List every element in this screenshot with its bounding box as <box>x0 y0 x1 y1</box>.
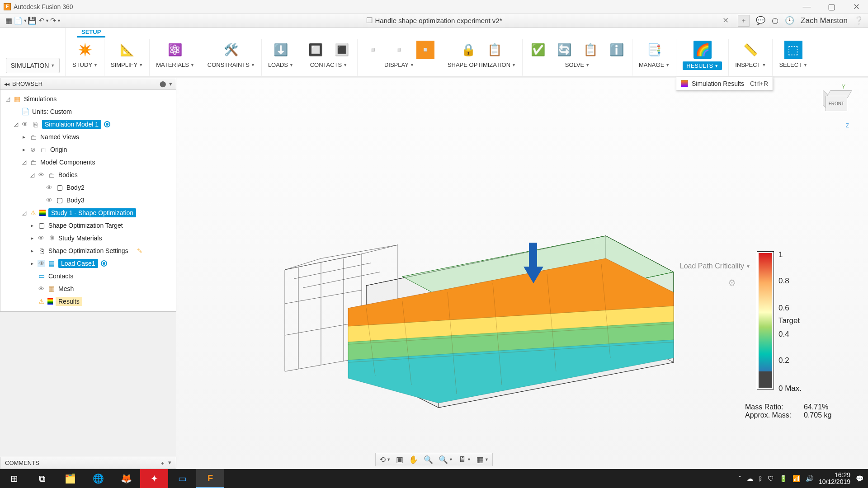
group-select[interactable]: ⬚ SELECT <box>773 39 814 76</box>
file-menu-button[interactable]: 📄 <box>14 15 26 26</box>
manage-icon[interactable]: 📑 <box>645 41 663 59</box>
tree-units[interactable]: 📄Units: Custom <box>5 105 174 118</box>
edit-icon[interactable]: ✎ <box>137 247 142 254</box>
materials-icon[interactable]: ⚛️ <box>166 41 184 59</box>
group-results[interactable]: 🌈 RESULTS <box>676 39 729 76</box>
precheck-icon[interactable]: ✅ <box>529 41 547 59</box>
action-center-icon[interactable]: 💬 <box>856 475 863 482</box>
display-2-icon[interactable]: ▫️ <box>390 41 408 59</box>
window-maximize-button[interactable]: ▢ <box>824 2 840 12</box>
tree-study1[interactable]: ◿⚠Study 1 - Shape Optimization <box>5 206 174 219</box>
active-model-indicator[interactable] <box>104 121 110 127</box>
comments-expand-icon[interactable]: ▾ <box>168 459 171 467</box>
chrome-button[interactable]: 🌐 <box>84 469 112 488</box>
browser-header[interactable]: ◂◂ BROWSER ⬤▾ <box>0 78 176 90</box>
group-constraints[interactable]: 🛠️ CONSTRAINTS <box>201 39 262 76</box>
solve-details-icon[interactable]: 📋 <box>581 41 599 59</box>
workspace-switcher[interactable]: SIMULATION <box>0 28 66 76</box>
display-3-icon[interactable]: ▫️ <box>416 41 434 59</box>
constraints-icon[interactable]: 🛠️ <box>222 41 240 59</box>
document-tab[interactable]: ❒ Handle shape optimization experiment v… <box>366 16 502 25</box>
fusion-taskbar-button[interactable]: F <box>196 469 224 488</box>
grid-settings-icon[interactable]: ▦ <box>476 455 489 465</box>
explorer-button[interactable]: 🗂️ <box>56 469 84 488</box>
tree-target[interactable]: ▢Shape Optimization Target <box>5 219 174 232</box>
display-settings-icon[interactable]: 🖥 <box>458 455 471 464</box>
group-shape-optimization[interactable]: 🔒📋 SHAPE OPTIMIZATION <box>441 39 523 76</box>
help-updates-icon[interactable]: ◷ <box>772 16 778 25</box>
comments-panel-header[interactable]: COMMENTS ＋▾ <box>0 457 176 469</box>
legend-settings-icon[interactable]: ⚙ <box>728 277 736 288</box>
security-icon[interactable]: 🛡 <box>768 475 774 482</box>
orbit-icon[interactable]: ⟲ <box>379 455 391 465</box>
close-doc-button[interactable]: ✕ <box>722 16 729 25</box>
undo-button[interactable]: ↶ <box>38 15 50 26</box>
group-study[interactable]: ✴️ STUDY <box>66 39 104 76</box>
group-manage[interactable]: 📑 MANAGE <box>632 39 676 76</box>
tree-body3[interactable]: 👁▢Body3 <box>5 194 174 206</box>
job-status-icon[interactable]: 🕓 <box>785 16 794 25</box>
viewcube-front[interactable]: FRONT <box>826 96 847 111</box>
system-tray[interactable]: ˄ ☁ ᛒ 🛡 🔋 📶 🔊 16:29 10/12/2019 💬 <box>738 472 868 486</box>
contacts-auto-icon[interactable]: 🔲 <box>307 41 325 59</box>
tree-results[interactable]: ⚠Results <box>5 295 174 308</box>
group-solve[interactable]: ✅ 🔄 📋 ℹ️ SOLVE <box>523 39 632 76</box>
bluetooth-icon[interactable]: ᛒ <box>759 475 762 482</box>
group-simplify[interactable]: 📐 SIMPLIFY <box>104 39 150 76</box>
tree-load-case[interactable]: 👁▤Load Case1 <box>5 257 174 270</box>
pan-icon[interactable]: ✋ <box>409 455 418 465</box>
creative-cloud-button[interactable]: ✦ <box>140 469 168 488</box>
zoom-window-icon[interactable]: 🔍 <box>439 455 453 465</box>
tree-simulations[interactable]: ◿▦Simulations <box>5 93 174 105</box>
tree-study-materials[interactable]: 👁⚛Study Materials <box>5 232 174 244</box>
shapeopt-1-icon[interactable]: 🔒 <box>459 41 477 59</box>
extensions-icon[interactable]: 💬 <box>756 16 765 25</box>
tree-settings[interactable]: ⎘Shape Optimization Settings ✎ <box>5 244 174 257</box>
look-at-icon[interactable]: ▣ <box>396 455 403 465</box>
results-dropdown[interactable]: Simulation Results Ctrl+R <box>676 77 773 90</box>
group-materials[interactable]: ⚛️ MATERIALS <box>150 39 201 76</box>
tree-contacts[interactable]: ▭Contacts <box>5 270 174 282</box>
result-type-selector[interactable]: Load Path Criticality <box>680 262 750 270</box>
active-loadcase-indicator[interactable] <box>101 260 107 267</box>
display-1-icon[interactable]: ▫️ <box>364 41 382 59</box>
battery-icon[interactable]: 🔋 <box>779 475 787 482</box>
inspect-icon[interactable]: 📏 <box>741 41 760 59</box>
shapeopt-2-icon[interactable]: 📋 <box>486 41 504 59</box>
tree-named-views[interactable]: 🗀Named Views <box>5 131 174 143</box>
tab-setup[interactable]: SETUP <box>77 28 105 38</box>
new-doc-button[interactable]: ＋ <box>738 15 750 27</box>
simplify-icon[interactable]: 📐 <box>118 41 136 59</box>
tree-body2[interactable]: 👁▢Body2 <box>5 181 174 194</box>
window-minimize-button[interactable]: — <box>799 2 815 12</box>
wifi-icon[interactable]: 📶 <box>793 475 800 482</box>
comments-add-icon[interactable]: ＋ <box>160 459 165 467</box>
new-study-icon[interactable]: ✴️ <box>76 41 94 59</box>
tree-model-components[interactable]: ◿🗀Model Components <box>5 156 174 169</box>
onedrive-icon[interactable]: ☁ <box>747 475 753 482</box>
start-button[interactable]: ⊞ <box>0 469 28 488</box>
help-icon[interactable]: ❔ <box>854 16 863 25</box>
firefox-button[interactable]: 🦊 <box>112 469 140 488</box>
user-menu[interactable]: Zach Marston <box>801 16 848 25</box>
volume-icon[interactable]: 🔊 <box>806 475 813 482</box>
browser-min-icon[interactable]: ▾ <box>169 80 172 87</box>
solve-icon[interactable]: 🔄 <box>555 41 573 59</box>
tree-mesh[interactable]: 👁▦Mesh <box>5 282 174 295</box>
results-icon[interactable]: 🌈 <box>693 41 712 59</box>
group-display[interactable]: ▫️▫️▫️ DISPLAY <box>358 39 441 76</box>
solve-info-icon[interactable]: ℹ️ <box>608 41 626 59</box>
tree-bodies[interactable]: ◿👁🗀Bodies <box>5 169 174 181</box>
viewcube[interactable]: Y FRONT Z <box>818 84 859 129</box>
taskbar-clock[interactable]: 16:29 10/12/2019 <box>819 472 850 486</box>
zoom-icon[interactable]: 🔍 <box>424 455 433 465</box>
collapse-icon[interactable]: ◂◂ <box>4 81 9 87</box>
tree-origin[interactable]: ⊘🗀Origin <box>5 143 174 156</box>
browser-settings-icon[interactable]: ⬤ <box>160 80 166 87</box>
redo-button[interactable]: ↷ <box>50 15 61 26</box>
loads-icon[interactable]: ⬇️ <box>272 41 290 59</box>
app-generic-button[interactable]: ▭ <box>168 469 196 488</box>
select-icon[interactable]: ⬚ <box>784 41 802 59</box>
save-button[interactable]: 💾 <box>26 15 38 26</box>
group-loads[interactable]: ⬇️ LOADS <box>262 39 300 76</box>
